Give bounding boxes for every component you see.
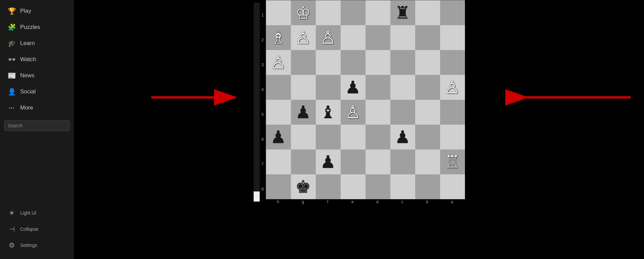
square-r8-f3[interactable]	[316, 174, 341, 199]
square-r8-f1[interactable]	[266, 174, 291, 199]
square-r6-f8[interactable]	[440, 125, 465, 149]
square-r3-f3[interactable]	[316, 50, 341, 75]
sidebar-item-more[interactable]: ••• More	[2, 100, 72, 116]
sidebar-item-social-label: Social	[20, 88, 36, 95]
square-r1-f4[interactable]	[341, 0, 366, 25]
rank-label-4: 4	[260, 77, 266, 102]
sidebar-item-watch[interactable]: 👓 Watch	[2, 52, 72, 67]
square-r4-f5[interactable]	[366, 75, 390, 100]
square-r3-f2[interactable]	[291, 50, 316, 75]
square-r7-f2[interactable]	[291, 149, 316, 174]
square-r2-f4[interactable]	[341, 25, 366, 50]
square-r8-f7[interactable]	[415, 174, 440, 199]
learn-icon: 🎓	[7, 39, 16, 48]
square-r7-f3[interactable]: ♟	[316, 149, 341, 174]
piece-white-♔: ♔	[295, 4, 311, 21]
square-r2-f1[interactable]: ♗	[266, 25, 291, 50]
square-r3-f8[interactable]	[440, 50, 465, 75]
piece-black-♜: ♜	[395, 4, 411, 21]
arrow-left	[151, 84, 245, 111]
square-r4-f8[interactable]: ♙	[440, 75, 465, 100]
square-r2-f7[interactable]	[415, 25, 440, 50]
sidebar-item-collapse[interactable]: ⊣ Collapse	[2, 221, 72, 237]
sidebar-item-play[interactable]: 🏆 Play	[2, 3, 72, 19]
square-r7-f7[interactable]	[415, 149, 440, 174]
square-r6-f5[interactable]	[366, 125, 390, 149]
square-r6-f6[interactable]: ♟	[390, 125, 415, 149]
file-label-g: g	[291, 199, 315, 204]
square-r2-f8[interactable]	[440, 25, 465, 50]
square-r5-f7[interactable]	[415, 100, 440, 125]
square-r3-f7[interactable]	[415, 50, 440, 75]
file-label-c: c	[390, 199, 415, 204]
rank-labels: 1 2 3 4 5 6 7 8	[260, 3, 266, 202]
square-r3-f1[interactable]: ♙	[266, 50, 291, 75]
square-r1-f8[interactable]	[440, 0, 465, 25]
square-r6-f3[interactable]	[316, 125, 341, 149]
square-r4-f4[interactable]: ♟	[341, 75, 366, 100]
square-r7-f6[interactable]	[390, 149, 415, 174]
square-r1-f7[interactable]	[415, 0, 440, 25]
square-r8-f4[interactable]	[341, 174, 366, 199]
square-r2-f5[interactable]	[366, 25, 390, 50]
square-r4-f1[interactable]	[266, 75, 291, 100]
square-r6-f1[interactable]: ♟	[266, 125, 291, 149]
square-r5-f5[interactable]	[366, 100, 390, 125]
square-r1-f6[interactable]: ♜	[390, 0, 415, 25]
square-r1-f2[interactable]: ♔	[291, 0, 316, 25]
sidebar-item-more-label: More	[20, 104, 33, 111]
sidebar-item-news-label: News	[20, 72, 35, 79]
piece-white-♙: ♙	[320, 29, 336, 46]
square-r6-f4[interactable]	[341, 125, 366, 149]
piece-black-♟: ♟	[270, 128, 286, 146]
square-r3-f5[interactable]	[366, 50, 390, 75]
square-r8-f2[interactable]: ♚	[291, 174, 316, 199]
square-r4-f7[interactable]	[415, 75, 440, 100]
sidebar: 🏆 Play 🧩 Puzzles 🎓 Learn 👓 Watch 📰 News …	[0, 0, 74, 259]
board-container: 0-1 1 2 3 4 5 6 7 8 ♔♜♗♙♙♙♟♙♟♝♙♟♟♟	[254, 0, 465, 204]
news-icon: 📰	[7, 71, 16, 80]
square-r8-f8[interactable]	[440, 174, 465, 199]
piece-black-♟: ♟	[320, 153, 336, 171]
sidebar-item-social[interactable]: 👤 Social	[2, 84, 72, 99]
score-bar: 0-1	[254, 3, 260, 202]
sidebar-item-news[interactable]: 📰 News	[2, 68, 72, 83]
square-r7-f5[interactable]	[366, 149, 390, 174]
square-r5-f2[interactable]: ♟	[291, 100, 316, 125]
square-r4-f2[interactable]	[291, 75, 316, 100]
piece-black-♟: ♟	[345, 79, 361, 96]
square-r1-f1[interactable]	[266, 0, 291, 25]
square-r6-f2[interactable]	[291, 125, 316, 149]
square-r6-f7[interactable]	[415, 125, 440, 149]
square-r7-f8[interactable]: ♖	[440, 149, 465, 174]
square-r2-f2[interactable]: ♙	[291, 25, 316, 50]
file-label-e: e	[340, 199, 365, 204]
square-r1-f3[interactable]	[316, 0, 341, 25]
square-r3-f4[interactable]	[341, 50, 366, 75]
square-r8-f5[interactable]	[366, 174, 390, 199]
sidebar-item-learn[interactable]: 🎓 Learn	[2, 36, 72, 51]
square-r1-f5[interactable]	[366, 0, 390, 25]
square-r5-f1[interactable]	[266, 100, 291, 125]
sidebar-item-settings[interactable]: ⚙ Settings	[2, 238, 72, 253]
board-wrapper: 0-1 1 2 3 4 5 6 7 8 ♔♜♗♙♙♙♟♙♟♝♙♟♟♟	[254, 0, 465, 204]
square-r2-f3[interactable]: ♙	[316, 25, 341, 50]
sidebar-item-light-ui[interactable]: ☀ Light UI	[2, 205, 72, 221]
sidebar-item-puzzles[interactable]: 🧩 Puzzles	[2, 19, 72, 35]
square-r7-f1[interactable]	[266, 149, 291, 174]
square-r4-f3[interactable]	[316, 75, 341, 100]
search-input[interactable]	[4, 120, 70, 131]
square-r7-f4[interactable]	[341, 149, 366, 174]
square-r2-f6[interactable]	[390, 25, 415, 50]
piece-black-♟: ♟	[395, 128, 411, 146]
square-r3-f6[interactable]	[390, 50, 415, 75]
square-r5-f8[interactable]	[440, 100, 465, 125]
square-r4-f6[interactable]	[390, 75, 415, 100]
square-r8-f6[interactable]	[390, 174, 415, 199]
square-r5-f3[interactable]: ♝	[316, 100, 341, 125]
rank-label-5: 5	[260, 102, 266, 127]
piece-white-♖: ♖	[444, 153, 460, 171]
chess-board: ♔♜♗♙♙♙♟♙♟♝♙♟♟♟♖♚	[266, 0, 465, 199]
square-r5-f4[interactable]: ♙	[341, 100, 366, 125]
square-r5-f6[interactable]	[390, 100, 415, 125]
